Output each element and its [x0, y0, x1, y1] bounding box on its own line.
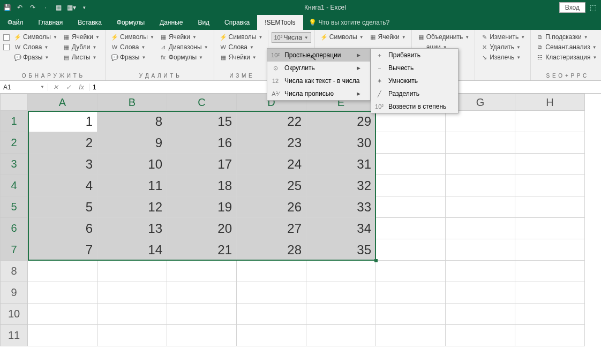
tab-главная[interactable]: Главная — [31, 15, 71, 30]
cell-E4[interactable]: 32 — [306, 175, 376, 196]
cell-A9[interactable] — [28, 282, 97, 304]
ribbon-символы[interactable]: ⚡Символы▼ — [217, 32, 265, 42]
row-header-7[interactable]: 7 — [0, 239, 28, 261]
cell-G8[interactable] — [446, 261, 515, 282]
ribbon-числа[interactable]: 10²Числа▼ — [272, 32, 311, 43]
cell-H11[interactable] — [515, 325, 585, 346]
cell-G1[interactable] — [446, 111, 515, 132]
cell-D6[interactable]: 27 — [237, 218, 306, 239]
cell-E2[interactable]: 30 — [306, 132, 376, 154]
row-header-4[interactable]: 4 — [0, 175, 28, 196]
cell-D8[interactable] — [237, 261, 306, 282]
cell-D1[interactable]: 22 — [237, 111, 306, 132]
cancel-icon[interactable]: ✕ — [51, 84, 60, 91]
cell-H3[interactable] — [515, 154, 585, 175]
cell-D9[interactable] — [237, 282, 306, 304]
undo-icon[interactable]: ↶ — [15, 3, 25, 12]
ribbon-дубли[interactable]: ▦Дубли▼ — [61, 42, 102, 52]
ribbon-символы[interactable]: ⚡Символы▼ — [318, 32, 366, 42]
ribbon-слова[interactable]: WСлова▼ — [109, 42, 156, 52]
menu-item-Вычесть[interactable]: －Вычесть — [371, 62, 458, 74]
cell-E6[interactable]: 34 — [306, 218, 376, 239]
ribbon-листы[interactable]: ▤Листы▼ — [61, 52, 102, 62]
cell-F3[interactable] — [376, 154, 446, 175]
cell-C8[interactable] — [167, 261, 237, 282]
cell-D10[interactable] — [237, 304, 306, 325]
fill-handle[interactable] — [374, 259, 378, 262]
ribbon-удалить[interactable]: ✕Удалить▼ — [478, 42, 527, 52]
cell-G7[interactable] — [446, 239, 515, 261]
ribbon-фразы[interactable]: 💬Фразы▼ — [109, 52, 156, 62]
cell-C7[interactable]: 21 — [167, 239, 237, 261]
cell-B1[interactable]: 8 — [97, 111, 167, 132]
ribbon-display-icon[interactable]: ⬚ — [590, 3, 597, 12]
cell-D7[interactable]: 28 — [237, 239, 306, 261]
menu-item-Округлить[interactable]: ⊙Округлить▶ — [267, 62, 370, 74]
select-all-corner[interactable] — [0, 94, 28, 111]
cell-C3[interactable]: 17 — [167, 154, 237, 175]
cell-G3[interactable] — [446, 154, 515, 175]
redo-icon[interactable]: ↷ — [28, 3, 37, 12]
cell-D3[interactable]: 24 — [237, 154, 306, 175]
cell-D4[interactable]: 25 — [237, 175, 306, 196]
cell-F8[interactable] — [376, 261, 446, 282]
cell-H5[interactable] — [515, 196, 585, 218]
login-button[interactable]: Вход — [559, 2, 585, 13]
cell-H2[interactable] — [515, 132, 585, 154]
cell-H6[interactable] — [515, 218, 585, 239]
cell-F1[interactable] — [376, 111, 446, 132]
cell-G4[interactable] — [446, 175, 515, 196]
cell-E5[interactable]: 33 — [306, 196, 376, 218]
cell-G2[interactable] — [446, 132, 515, 154]
cell-E8[interactable] — [306, 261, 376, 282]
cell-B5[interactable]: 12 — [97, 196, 167, 218]
menu-item-Простые операции[interactable]: 10²Простые операции▶ — [267, 49, 370, 62]
qat-customize-icon[interactable]: ▾ — [79, 3, 89, 12]
cell-E9[interactable] — [306, 282, 376, 304]
tab-файл[interactable]: Файл — [0, 15, 31, 30]
cell-D5[interactable]: 26 — [237, 196, 306, 218]
cell-C10[interactable] — [167, 304, 237, 325]
menu-item-Разделить[interactable]: ╱Разделить — [371, 87, 458, 100]
cell-B9[interactable] — [97, 282, 167, 304]
row-header-1[interactable]: 1 — [0, 111, 28, 132]
fx-icon[interactable]: fx — [77, 84, 86, 91]
row-header-10[interactable]: 10 — [0, 304, 28, 325]
cell-B6[interactable]: 13 — [97, 218, 167, 239]
cell-D11[interactable] — [237, 325, 306, 346]
numbers-menu[interactable]: 10²Простые операции▶⊙Округлить▶12Числа к… — [267, 48, 371, 101]
checkbox[interactable] — [3, 34, 10, 41]
qat-extra2-icon[interactable]: ▦▾ — [66, 3, 76, 12]
cell-A4[interactable]: 4 — [28, 175, 97, 196]
menu-item-Числа прописью[interactable]: А⅟Числа прописью▶ — [267, 87, 370, 100]
cell-E10[interactable] — [306, 304, 376, 325]
cell-B8[interactable] — [97, 261, 167, 282]
cell-G9[interactable] — [446, 282, 515, 304]
menu-item-Умножить[interactable]: ✶Умножить — [371, 74, 458, 87]
cell-A5[interactable]: 5 — [28, 196, 97, 218]
row-header-8[interactable]: 8 — [0, 261, 28, 282]
col-header-B[interactable]: B — [97, 94, 167, 111]
ribbon-извлечь[interactable]: ↘Извлечь▼ — [478, 52, 527, 62]
cell-B11[interactable] — [97, 325, 167, 346]
ribbon-символы[interactable]: ⚡Символы▼ — [12, 32, 59, 42]
cell-E11[interactable] — [306, 325, 376, 346]
tab-вставка[interactable]: Вставка — [70, 15, 109, 30]
menu-item-Числа как текст - в числа[interactable]: 12Числа как текст - в числа — [267, 74, 370, 87]
ribbon-формулы[interactable]: fxФормулы▼ — [157, 52, 211, 62]
cell-C9[interactable] — [167, 282, 237, 304]
cell-C11[interactable] — [167, 325, 237, 346]
tell-me[interactable]: 💡Что вы хотите сделать? — [303, 15, 390, 30]
tab-справка[interactable]: Справка — [217, 15, 257, 30]
ribbon-символы[interactable]: ⚡Символы▼ — [109, 32, 156, 42]
cell-B4[interactable]: 11 — [97, 175, 167, 196]
row-header-5[interactable]: 5 — [0, 196, 28, 218]
menu-item-Прибавить[interactable]: ＋Прибавить — [371, 49, 458, 62]
ribbon-слова[interactable]: WСлова▼ — [217, 42, 265, 52]
ribbon-кластеризация[interactable]: ☷Кластеризация▼ — [534, 52, 599, 62]
cell-G5[interactable] — [446, 196, 515, 218]
row-header-3[interactable]: 3 — [0, 154, 28, 175]
cell-C2[interactable]: 16 — [167, 132, 237, 154]
cell-G6[interactable] — [446, 218, 515, 239]
cell-E1[interactable]: 29 — [306, 111, 376, 132]
